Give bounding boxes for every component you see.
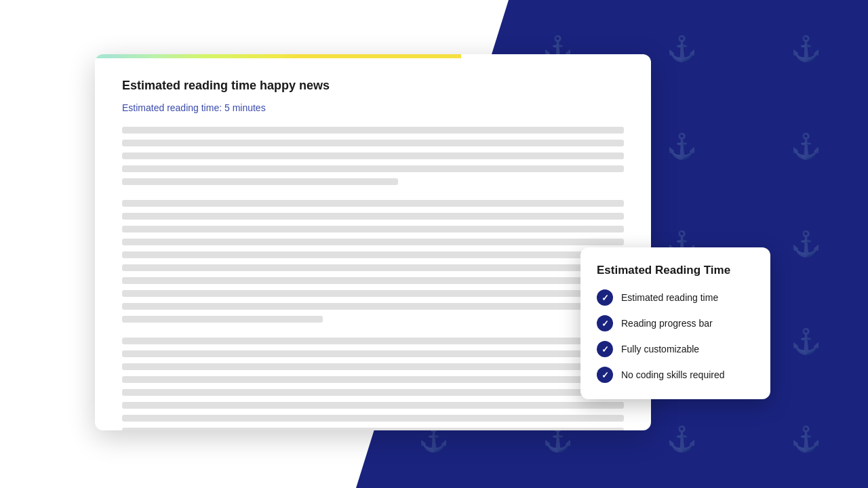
feature-item-1: Estimated reading time xyxy=(597,289,754,306)
text-line xyxy=(122,389,624,396)
text-line xyxy=(122,338,624,344)
browser-window: Estimated reading time happy news Estima… xyxy=(95,54,651,430)
feature-list: Estimated reading time Reading progress … xyxy=(597,289,754,383)
text-line xyxy=(122,290,624,297)
anchor-icon: ⚓ xyxy=(667,425,697,453)
text-line xyxy=(122,376,624,383)
anchor-icon: ⚓ xyxy=(791,230,821,258)
feature-text-2: Reading progress bar xyxy=(621,318,713,329)
feature-text-1: Estimated reading time xyxy=(621,292,718,303)
check-icon-3 xyxy=(597,341,613,357)
text-line xyxy=(122,239,624,245)
feature-item-2: Reading progress bar xyxy=(597,315,754,331)
feature-text-3: Fully customizable xyxy=(621,344,699,354)
text-line xyxy=(122,213,624,220)
text-line xyxy=(122,303,624,310)
feature-card-title: Estimated Reading Time xyxy=(597,264,754,277)
check-icon-4 xyxy=(597,367,613,383)
text-line xyxy=(122,226,624,232)
text-line xyxy=(122,402,624,409)
anchor-icon: ⚓ xyxy=(791,132,821,161)
text-line xyxy=(122,264,624,271)
feature-item-4: No coding skills required xyxy=(597,367,754,383)
anchor-icon: ⚓ xyxy=(667,35,697,63)
reading-time-label: Estimated reading time: 5 minutes xyxy=(122,102,624,113)
text-line xyxy=(122,127,624,134)
text-line xyxy=(122,200,624,207)
check-icon-2 xyxy=(597,315,613,331)
text-line xyxy=(122,165,624,172)
text-line xyxy=(122,251,624,258)
page-title: Estimated reading time happy news xyxy=(122,79,624,93)
anchor-icon: ⚓ xyxy=(791,35,821,63)
text-line xyxy=(122,152,624,159)
spacer xyxy=(122,329,624,331)
text-line xyxy=(122,178,398,185)
article-body xyxy=(122,127,624,430)
anchor-icon: ⚓ xyxy=(791,327,821,356)
text-line xyxy=(122,316,323,323)
check-icon-1 xyxy=(597,289,613,306)
text-line xyxy=(122,140,624,146)
feature-text-4: No coding skills required xyxy=(621,369,725,380)
text-line xyxy=(122,415,624,422)
text-line xyxy=(122,363,624,370)
text-line xyxy=(122,428,624,430)
feature-card: Estimated Reading Time Estimated reading… xyxy=(580,247,770,399)
content-area: Estimated reading time happy news Estima… xyxy=(95,58,651,430)
text-line xyxy=(122,350,624,357)
anchor-icon: ⚓ xyxy=(667,132,697,161)
text-line xyxy=(122,277,624,284)
spacer xyxy=(122,191,624,194)
feature-item-3: Fully customizable xyxy=(597,341,754,357)
anchor-icon: ⚓ xyxy=(791,425,821,453)
